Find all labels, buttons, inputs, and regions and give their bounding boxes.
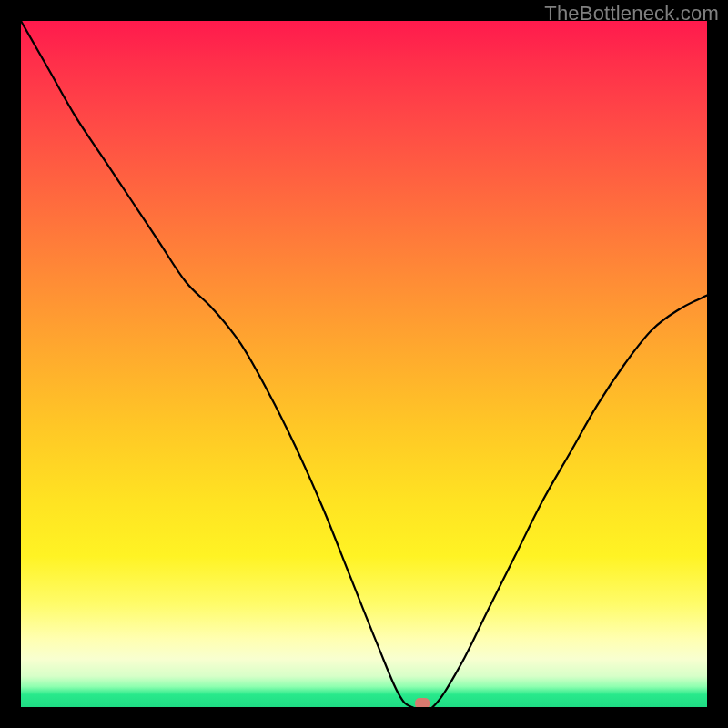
optimal-point-marker xyxy=(415,698,430,707)
bottleneck-curve xyxy=(21,21,707,707)
watermark-text: TheBottleneck.com xyxy=(544,2,719,25)
chart-frame: TheBottleneck.com xyxy=(0,0,728,728)
curve-layer xyxy=(21,21,707,707)
plot-area xyxy=(21,21,707,707)
